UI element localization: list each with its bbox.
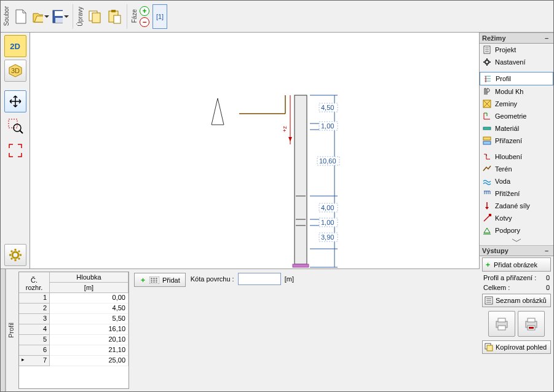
zoom-button[interactable] — [4, 115, 26, 137]
group-label-upravy: Úpravy — [76, 7, 85, 26]
svg-text:3,90: 3,90 — [321, 233, 334, 241]
outputs-min-button[interactable]: – — [542, 247, 551, 254]
view-3d-button[interactable]: 3D — [4, 60, 26, 82]
svg-line-19 — [18, 258, 20, 259]
svg-rect-80 — [528, 318, 535, 322]
table-row[interactable]: 725,00 — [19, 356, 129, 366]
svg-rect-82 — [529, 327, 534, 329]
svg-rect-64 — [483, 137, 491, 140]
list-images-button[interactable]: Seznam obrázků — [482, 294, 551, 307]
svg-line-18 — [11, 251, 12, 252]
mode-zeminy[interactable]: Zeminy — [480, 98, 553, 110]
svg-rect-87 — [153, 278, 155, 279]
svg-rect-6 — [111, 10, 116, 12]
table-row[interactable]: 520,10 — [19, 335, 129, 345]
mode-kotvy[interactable]: Kotvy — [480, 212, 553, 224]
mode-podpory[interactable]: Podpory — [480, 224, 553, 237]
svg-rect-4 — [92, 13, 100, 23]
add-row-button[interactable]: ＋ Přidat — [134, 273, 186, 287]
print-bw-button[interactable] — [488, 311, 515, 337]
total-count-label: Celkem : — [483, 284, 510, 291]
svg-rect-93 — [153, 281, 155, 283]
copy-button[interactable] — [85, 7, 104, 26]
svg-rect-91 — [156, 280, 157, 281]
stage-remove-button[interactable]: − — [140, 17, 149, 27]
modes-head: Režimy– — [480, 33, 553, 44]
left-rail: 2D 3D — [1, 33, 30, 269]
mode-teren[interactable]: Terén — [480, 163, 553, 175]
save-button[interactable] — [51, 7, 69, 26]
svg-rect-77 — [498, 318, 505, 322]
mode-nastaveni[interactable]: Nastavení — [480, 56, 553, 68]
kota-input[interactable] — [238, 273, 281, 285]
svg-rect-63 — [483, 127, 491, 130]
mode-geometrie[interactable]: Geometrie — [480, 110, 553, 122]
svg-rect-84 — [487, 345, 493, 351]
svg-text:1,00: 1,00 — [321, 122, 334, 130]
svg-point-57 — [485, 60, 489, 64]
modes-more-button[interactable] — [480, 237, 553, 245]
table-row[interactable]: 621,10 — [19, 345, 129, 356]
mode-modulkh[interactable]: Modul Kh — [480, 85, 553, 98]
svg-text:4,50: 4,50 — [321, 104, 334, 111]
top-toolbar: Soubor Úpravy Fáze + − [1] — [1, 1, 553, 33]
right-panel: Režimy– Projekt Nastavení Profil Modul K… — [480, 33, 553, 391]
copy-view-button[interactable]: Kopírovat pohled — [482, 340, 551, 354]
svg-marker-22 — [212, 98, 224, 125]
mode-profil[interactable]: Profil — [480, 72, 553, 85]
open-file-button[interactable] — [31, 7, 50, 26]
svg-text:3D: 3D — [10, 67, 19, 74]
group-label-soubor: Soubor — [2, 6, 11, 26]
new-file-button[interactable] — [12, 7, 30, 26]
group-label-faze: Fáze — [130, 9, 139, 23]
stage-add-button[interactable]: + — [140, 6, 149, 16]
table-row[interactable]: 416,10 — [19, 324, 129, 335]
paste-button[interactable] — [105, 7, 124, 26]
settings-gear-button[interactable] — [4, 244, 26, 266]
kota-label: Kóta povrchu : — [191, 275, 234, 283]
outputs-head: Výstupy– — [480, 245, 553, 256]
bottom-tab-label: Profil — [6, 269, 16, 391]
svg-text:4,00: 4,00 — [321, 204, 334, 211]
profile-count-label: Profil a přiřazení : — [483, 274, 536, 281]
fit-button[interactable] — [4, 139, 26, 162]
modes-min-button[interactable]: – — [542, 34, 551, 42]
svg-rect-7 — [114, 15, 121, 23]
svg-rect-92 — [151, 281, 152, 283]
svg-rect-94 — [156, 281, 157, 283]
canvas[interactable]: +z 4,50 1,00 10,60 4,00 1,00 3,9 — [30, 33, 480, 269]
svg-rect-86 — [151, 278, 152, 279]
profile-table[interactable]: Č. rozhr. Hloubka [m] 10,0024,5035,50416… — [18, 272, 129, 389]
table-row[interactable]: 24,50 — [19, 304, 129, 314]
svg-rect-10 — [9, 119, 17, 128]
table-row[interactable]: 35,50 — [19, 314, 129, 324]
svg-text:1,00: 1,00 — [321, 219, 334, 226]
pan-button[interactable] — [4, 90, 26, 112]
svg-rect-90 — [153, 280, 155, 281]
stage-1-button[interactable]: [1] — [152, 4, 167, 29]
svg-marker-70 — [484, 228, 490, 233]
mode-zadanesily[interactable]: Zadané síly — [480, 200, 553, 212]
mode-hloubeni[interactable]: Hloubení — [480, 151, 553, 163]
svg-point-13 — [12, 252, 18, 258]
svg-rect-65 — [483, 141, 491, 144]
svg-rect-89 — [151, 280, 152, 281]
svg-rect-78 — [498, 326, 505, 330]
view-2d-button[interactable]: 2D — [4, 35, 26, 57]
add-image-button[interactable]: ＋Přidat obrázek — [482, 257, 551, 272]
svg-marker-31 — [288, 137, 292, 141]
svg-rect-1 — [55, 11, 63, 16]
table-row[interactable]: 10,00 — [19, 293, 129, 304]
total-count-value: 0 — [546, 284, 550, 291]
svg-rect-88 — [156, 278, 157, 279]
col-depth-unit: [m] — [50, 283, 129, 293]
mode-projekt[interactable]: Projekt — [480, 44, 553, 56]
mode-voda[interactable]: Voda — [480, 175, 553, 187]
axis-label: +z — [282, 126, 288, 132]
print-color-button[interactable] — [518, 311, 545, 337]
col-index: Č. rozhr. — [19, 272, 50, 293]
mode-prirazeni[interactable]: Přiřazení — [480, 135, 553, 147]
mode-pritizeni[interactable]: Přitížení — [480, 187, 553, 200]
mode-material[interactable]: Materiál — [480, 122, 553, 135]
svg-rect-2 — [55, 18, 63, 23]
